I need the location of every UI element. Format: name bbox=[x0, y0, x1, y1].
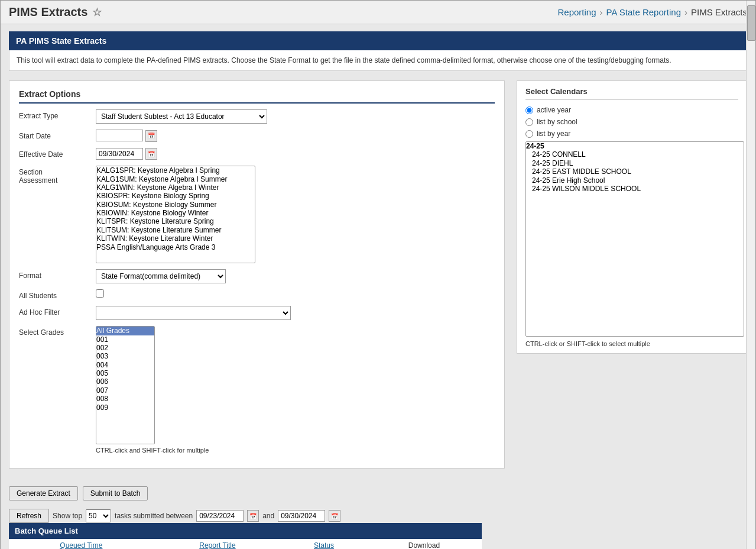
format-label: Format bbox=[19, 269, 96, 280]
grade-006: 006 bbox=[96, 377, 154, 386]
effective-date-input[interactable] bbox=[96, 148, 143, 160]
radio-list-school-row: list by school bbox=[525, 118, 738, 126]
grade-008: 008 bbox=[96, 395, 154, 403]
sa-option-9: PSSA English/Language Arts Grade 3 bbox=[96, 243, 255, 251]
grade-004: 004 bbox=[96, 361, 154, 369]
ad-hoc-row: Ad Hoc Filter bbox=[19, 306, 495, 320]
generate-extract-button[interactable]: Generate Extract bbox=[9, 486, 78, 500]
and-label: and bbox=[262, 512, 274, 520]
sa-option-6: KLITSPR: Keystone Literature Spring bbox=[96, 217, 255, 225]
section-description: This tool will extract data to complete … bbox=[9, 50, 747, 71]
left-form: Extract Options Extract Type Staff Stude… bbox=[9, 80, 505, 477]
grade-all: All Grades bbox=[96, 327, 154, 335]
all-students-row: All Students bbox=[19, 289, 495, 300]
breadcrumb-current: PIMS Extracts bbox=[691, 7, 747, 17]
col-queued-time: Queued Time bbox=[9, 539, 154, 549]
extract-type-control: Staff Student Subtest - Act 13 Educator bbox=[96, 109, 495, 124]
radio-list-year-label: list by year bbox=[537, 130, 570, 138]
main-form-area: Extract Options Extract Type Staff Stude… bbox=[9, 80, 747, 477]
start-date-input[interactable] bbox=[96, 130, 143, 141]
radio-list-school[interactable] bbox=[525, 118, 533, 126]
start-date-row: Start Date 📅 bbox=[19, 130, 495, 142]
radio-active-year-row: active year bbox=[525, 106, 738, 114]
grade-001: 001 bbox=[96, 335, 154, 344]
start-date-calendar-button[interactable]: 📅 bbox=[145, 130, 157, 142]
effective-date-calendar-button[interactable]: 📅 bbox=[145, 148, 157, 160]
section-assessment-control: KALG1SPR: Keystone Algebra I Spring KALG… bbox=[96, 166, 495, 263]
batch-controls: Refresh Show top 10 25 50 100 tasks subm… bbox=[9, 509, 747, 523]
title-bar: PIMS Extracts ☆ Reporting › PA State Rep… bbox=[1, 1, 755, 24]
batch-date-to-input[interactable] bbox=[278, 510, 325, 522]
sa-option-4: KBIOSUM: Keystone Biology Summer bbox=[96, 201, 255, 209]
calendars-select[interactable]: 24-25 24-25 CONNELL 24-25 DIEHL 24-25 EA… bbox=[525, 141, 744, 337]
col-report-title: Report Title bbox=[154, 539, 281, 549]
effective-date-label: Effective Date bbox=[19, 148, 96, 159]
format-row: Format State Format(comma delimited) CSV… bbox=[19, 269, 495, 283]
batch-queue-header-row: Batch Queue List bbox=[9, 523, 482, 539]
col-download: Download bbox=[366, 539, 482, 549]
sa-option-8: KLITWIN: Keystone Literature Winter bbox=[96, 234, 255, 243]
batch-date-to-calendar-button[interactable]: 📅 bbox=[329, 510, 340, 522]
section-assessment-select[interactable]: KALG1SPR: Keystone Algebra I Spring KALG… bbox=[96, 166, 255, 263]
sa-option-5: KBIOWIN: Keystone Biology Winter bbox=[96, 209, 255, 217]
col-status: Status bbox=[281, 539, 366, 549]
start-date-label: Start Date bbox=[19, 130, 96, 140]
cal-option-2: 24-25 DIEHL bbox=[526, 159, 744, 167]
format-select[interactable]: State Format(comma delimited) CSV XML bbox=[96, 269, 226, 283]
cal-option-1: 24-25 CONNELL bbox=[526, 150, 744, 159]
window-scrollbar[interactable] bbox=[746, 1, 755, 549]
sa-option-0: KALG1SPR: Keystone Algebra I Spring bbox=[96, 166, 255, 175]
radio-list-year[interactable] bbox=[525, 130, 533, 138]
ad-hoc-label: Ad Hoc Filter bbox=[19, 306, 96, 317]
col-report-title-link[interactable]: Report Title bbox=[199, 541, 235, 549]
extract-type-row: Extract Type Staff Student Subtest - Act… bbox=[19, 109, 495, 124]
cal-option-4: 24-25 Erie High School bbox=[526, 176, 744, 185]
ad-hoc-select[interactable] bbox=[96, 306, 291, 320]
radio-active-year-label: active year bbox=[537, 106, 571, 114]
breadcrumb: Reporting › PA State Reporting › PIMS Ex… bbox=[557, 7, 747, 17]
radio-list-school-label: list by school bbox=[537, 118, 577, 126]
grade-005: 005 bbox=[96, 369, 154, 377]
radio-active-year[interactable] bbox=[525, 106, 533, 114]
all-students-checkbox[interactable] bbox=[96, 289, 104, 298]
right-form: Select Calendars active year list by sch… bbox=[517, 80, 747, 477]
show-top-select[interactable]: 10 25 50 100 bbox=[86, 509, 111, 522]
select-grades-row: Select Grades All Grades 001 002 003 004… bbox=[19, 326, 495, 454]
sa-option-7: KLITSUM: Keystone Literature Summer bbox=[96, 226, 255, 234]
sa-option-3: KBIOSPR: Keystone Biology Spring bbox=[96, 192, 255, 200]
col-queued-time-link[interactable]: Queued Time bbox=[60, 541, 102, 549]
section-assessment-label: Section Assessment bbox=[19, 166, 96, 185]
breadcrumb-pa-state[interactable]: PA State Reporting bbox=[606, 7, 681, 17]
cal-option-5: 24-25 WILSON MIDDLE SCHOOL bbox=[526, 185, 744, 193]
extract-type-select[interactable]: Staff Student Subtest - Act 13 Educator bbox=[96, 109, 267, 124]
grade-009: 009 bbox=[96, 403, 154, 412]
tasks-label: tasks submitted between bbox=[115, 512, 193, 520]
extract-options-container: Extract Options Extract Type Staff Stude… bbox=[9, 80, 505, 469]
breadcrumb-reporting[interactable]: Reporting bbox=[557, 7, 596, 17]
calendars-hint: CTRL-click or SHIFT-click to select mult… bbox=[525, 340, 738, 347]
effective-date-row: Effective Date 📅 bbox=[19, 148, 495, 160]
ad-hoc-control bbox=[96, 306, 495, 320]
grade-007: 007 bbox=[96, 386, 154, 395]
batch-col-headers: Queued Time Report Title Status Download bbox=[9, 539, 482, 549]
section-header: PA PIMS State Extracts bbox=[9, 31, 747, 50]
refresh-button[interactable]: Refresh bbox=[9, 509, 49, 523]
radio-list-year-row: list by year bbox=[525, 130, 738, 138]
col-status-link[interactable]: Status bbox=[314, 541, 334, 549]
grades-hint: CTRL-click and SHIFT-click for multiple bbox=[96, 447, 495, 454]
main-window: PIMS Extracts ☆ Reporting › PA State Rep… bbox=[0, 0, 756, 549]
sa-option-1: KALG1SUM: Keystone Algebra I Summer bbox=[96, 175, 255, 183]
batch-queue-table: Batch Queue List Queued Time Report Titl… bbox=[9, 523, 482, 549]
star-icon[interactable]: ☆ bbox=[92, 6, 102, 19]
batch-date-from-input[interactable] bbox=[196, 510, 244, 522]
effective-date-control: 📅 bbox=[96, 148, 495, 160]
content-area: PA PIMS State Extracts This tool will ex… bbox=[1, 24, 755, 549]
select-grades-control: All Grades 001 002 003 004 005 006 007 0… bbox=[96, 326, 495, 454]
cal-option-3: 24-25 EAST MIDDLE SCHOOL bbox=[526, 167, 744, 176]
batch-date-from-calendar-button[interactable]: 📅 bbox=[247, 510, 259, 522]
calendars-box: Select Calendars active year list by sch… bbox=[517, 80, 747, 354]
scrollbar-thumb[interactable] bbox=[747, 5, 755, 41]
grades-select[interactable]: All Grades 001 002 003 004 005 006 007 0… bbox=[96, 326, 155, 444]
submit-to-batch-button[interactable]: Submit to Batch bbox=[83, 486, 148, 500]
select-grades-label: Select Grades bbox=[19, 326, 96, 337]
